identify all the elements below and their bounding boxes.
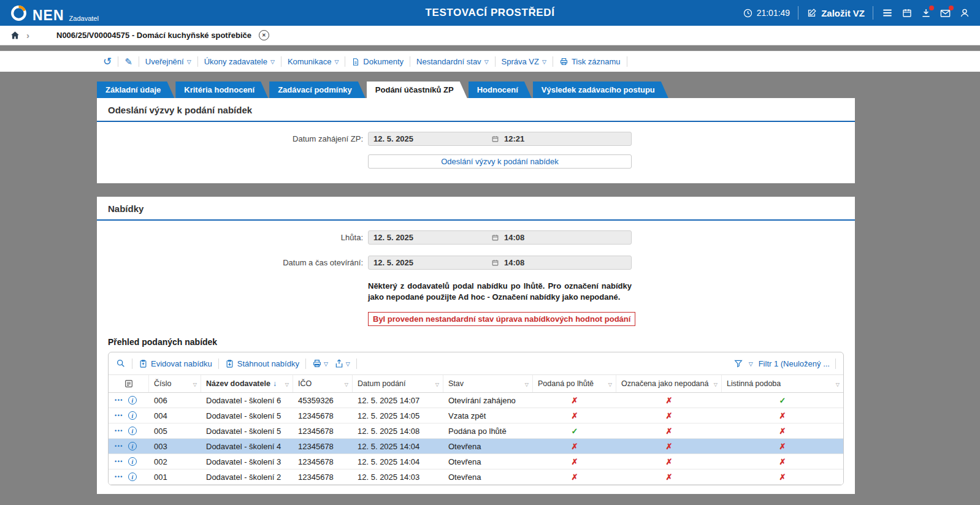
- search-icon[interactable]: [116, 359, 126, 368]
- row-menu-icon[interactable]: [115, 458, 123, 465]
- print-table-icon[interactable]: ▽: [312, 359, 328, 368]
- datum-zahajeni-input[interactable]: 12. 5. 2025 12:21: [368, 132, 632, 146]
- cell-podana-po-lhute: ✗: [533, 473, 616, 482]
- time-value[interactable]: 14:08: [499, 258, 524, 267]
- filter-funnel-icon[interactable]: [733, 359, 743, 368]
- filter-icon[interactable]: ▽: [714, 381, 718, 387]
- menu-tisk-zaznamu[interactable]: Tisk záznamu: [559, 57, 621, 66]
- column-header-podana-po-lhute[interactable]: Podaná po lhůtě ▽: [533, 375, 616, 392]
- history-icon[interactable]: ↺: [103, 56, 112, 67]
- filter-icon[interactable]: ▽: [435, 381, 439, 387]
- info-icon[interactable]: [128, 396, 137, 404]
- row-menu-icon[interactable]: [115, 397, 123, 403]
- time-value[interactable]: 12:21: [499, 134, 524, 143]
- cell-oznacena-jako-nepodana: ✗: [616, 411, 722, 420]
- filter-icon[interactable]: ▽: [608, 381, 612, 387]
- calendar-picker-icon[interactable]: [491, 259, 499, 267]
- column-header-datum-podani[interactable]: Datum podání ▽: [353, 375, 443, 392]
- filter-icon[interactable]: ▽: [345, 381, 348, 387]
- date-value[interactable]: 12. 5. 2025: [369, 134, 491, 143]
- cell-cislo: 005: [149, 427, 201, 436]
- tab[interactable]: Podání účastníků ZP: [367, 82, 467, 98]
- time-value[interactable]: 14:08: [499, 233, 524, 242]
- filter-icon[interactable]: ▽: [525, 381, 529, 387]
- info-icon[interactable]: [128, 411, 137, 420]
- create-vz-label: Založit VZ: [821, 8, 865, 18]
- column-header-cislo[interactable]: Číslo ▽: [149, 375, 201, 392]
- row-actions: [109, 457, 149, 466]
- lhuta-input[interactable]: 12. 5. 2025 14:08: [368, 230, 632, 245]
- user-icon[interactable]: [959, 7, 970, 18]
- column-settings-button[interactable]: [109, 375, 149, 392]
- column-header-nazev-dodavatele[interactable]: Název dodavatele ↓ ▽: [201, 375, 293, 392]
- menu-nestandardni-stav[interactable]: Nestandardní stav ▽: [416, 57, 488, 66]
- table-row[interactable]: 005 Dodavatel - školení 5 12345678 12. 5…: [109, 423, 843, 439]
- active-filter-label[interactable]: Filtr 1 (Neuložený ...: [759, 359, 830, 368]
- evidovat-nabidku-button[interactable]: Evidovat nabídku: [139, 359, 212, 368]
- menu-ukony-zadavatele[interactable]: Úkony zadavatele ▽: [204, 57, 275, 66]
- tab[interactable]: Výsledek zadávacího postupu: [533, 82, 668, 98]
- menu-komunikace[interactable]: Komunikace ▽: [288, 57, 339, 66]
- document-icon: [351, 58, 360, 66]
- cell-listinna-podoba: ✗: [722, 457, 843, 466]
- close-record-icon[interactable]: [259, 30, 269, 40]
- chevron-down-icon[interactable]: ▽: [749, 360, 753, 367]
- mail-icon[interactable]: [940, 7, 951, 19]
- tab[interactable]: Základní údaje: [97, 82, 174, 98]
- odeslani-vyzvy-button[interactable]: Odeslání výzvy k podání nabídek: [368, 154, 632, 169]
- tab[interactable]: Zadávací podmínky: [269, 82, 366, 98]
- tab[interactable]: Hodnocení: [469, 82, 532, 98]
- row-menu-icon[interactable]: [115, 412, 123, 419]
- mail-badge: [949, 6, 954, 10]
- breadcrumb-item[interactable]: N006/25/V00004575 - Domácí kuchyňské spo…: [56, 31, 251, 40]
- calendar-icon[interactable]: [902, 7, 913, 18]
- cell-cislo: 004: [149, 411, 201, 420]
- table-row[interactable]: 003 Dodavatel - školení 4 12345678 12. 5…: [109, 439, 843, 454]
- table-row[interactable]: 001 Dodavatel - školení 2 12345678 12. 5…: [109, 469, 843, 485]
- calendar-picker-icon[interactable]: [491, 135, 499, 143]
- breadcrumb: › N006/25/V00004575 - Domácí kuchyňské s…: [0, 26, 980, 45]
- date-value[interactable]: 12. 5. 2025: [369, 258, 491, 267]
- menu-dokumenty[interactable]: Dokumenty: [351, 57, 404, 66]
- info-icon[interactable]: [128, 457, 137, 466]
- table-row[interactable]: 006 Dodavatel - školení 6 45359326 12. 5…: [109, 393, 843, 408]
- filter-icon[interactable]: ▽: [285, 381, 289, 387]
- filter-icon[interactable]: ▽: [193, 381, 197, 387]
- calendar-picker-icon[interactable]: [491, 234, 499, 241]
- filter-icon[interactable]: ▽: [836, 381, 840, 387]
- stahnout-nabidky-button[interactable]: Stáhnout nabídky: [225, 359, 299, 368]
- table-row[interactable]: 002 Dodavatel - školení 3 12345678 12. 5…: [109, 454, 843, 469]
- nen-logo-icon: [10, 4, 28, 22]
- column-header-oznacena-jako-nepodana[interactable]: Označena jako nepodaná ▽: [616, 375, 722, 392]
- spacer: [0, 45, 980, 51]
- nen-logo[interactable]: NEN Zadavatel: [10, 4, 99, 22]
- row-actions: [109, 396, 149, 404]
- row-menu-icon[interactable]: [115, 428, 123, 434]
- info-icon[interactable]: [128, 473, 137, 481]
- tab-label: Zadávací podmínky: [278, 85, 352, 94]
- info-icon[interactable]: [128, 442, 137, 450]
- edit-record-icon[interactable]: ✎: [124, 57, 132, 66]
- row-menu-icon[interactable]: [115, 443, 123, 449]
- section-title: Nabídky: [97, 197, 855, 219]
- info-icon[interactable]: [128, 427, 137, 435]
- breadcrumb-chevron-icon: ›: [26, 30, 29, 40]
- download-icon[interactable]: [921, 7, 932, 18]
- date-value[interactable]: 12. 5. 2025: [369, 233, 491, 242]
- tab[interactable]: Kritéria hodnocení: [175, 82, 268, 98]
- column-header-stav[interactable]: Stav ▽: [443, 375, 533, 392]
- menu-uverejneni[interactable]: Uveřejnění ▽: [145, 57, 191, 66]
- create-vz-button[interactable]: Založit VZ: [806, 8, 865, 18]
- row-menu-icon[interactable]: [115, 474, 123, 480]
- menu-icon[interactable]: [881, 7, 894, 19]
- lhuta-label: Lhůta:: [97, 233, 368, 242]
- menu-sprava-vz[interactable]: Správa VZ ▽: [502, 57, 546, 66]
- column-header-ico[interactable]: IČO ▽: [293, 375, 353, 392]
- home-icon[interactable]: [10, 30, 20, 40]
- table-row[interactable]: 004 Dodavatel - školení 5 12345678 12. 5…: [109, 408, 843, 423]
- export-icon[interactable]: ▽: [334, 359, 350, 368]
- cell-podana-po-lhute: ✗: [533, 442, 616, 451]
- otevirani-input[interactable]: 12. 5. 2025 14:08: [368, 256, 632, 270]
- brand-name: NEN: [33, 9, 64, 22]
- column-header-listinna-podoba[interactable]: Listinná podoba ▽: [722, 375, 843, 392]
